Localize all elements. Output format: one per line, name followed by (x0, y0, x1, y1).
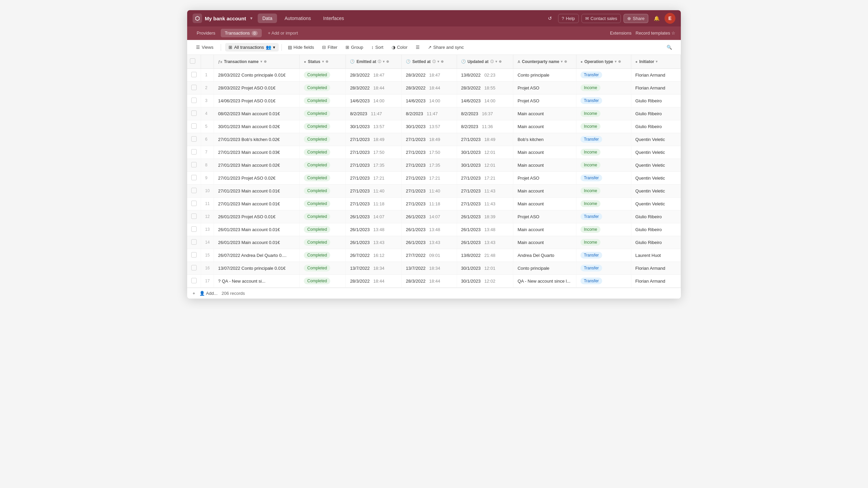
active-view-button[interactable]: ⊞ All transactions 👥 ▾ (225, 43, 278, 52)
row-checkbox-cell[interactable] (187, 249, 201, 262)
cell-transaction-name[interactable]: 26/01/2023 Main account 0.01€ (214, 223, 300, 236)
header-counterparty[interactable]: A Counterparty name ▾ ⊕ (513, 55, 576, 68)
app-logo[interactable]: ⬡ My bank account ▾ (193, 14, 252, 23)
filter-button[interactable]: ⊟ Filter (319, 43, 341, 52)
row-checkbox-cell[interactable] (187, 146, 201, 159)
add-record-label-button[interactable]: 👤 Add... (199, 291, 218, 296)
transaction-name-filter-icon[interactable]: ⊕ (264, 60, 267, 63)
updated-sort-icon[interactable]: ▾ (495, 60, 497, 63)
cell-transaction-name[interactable]: 28/03/2022 Conto principale 0.01€ (214, 68, 300, 81)
cell-transaction-name[interactable]: 27/01/2023 Main account 0.01€ (214, 197, 300, 210)
avatar[interactable]: E (665, 13, 675, 24)
select-all-checkbox[interactable] (190, 58, 195, 64)
row-checkbox-cell[interactable] (187, 68, 201, 81)
row-checkbox[interactable] (191, 72, 197, 77)
cell-transaction-name[interactable]: 28/03/2022 Projet ASO 0.01€ (214, 81, 300, 94)
hide-fields-button[interactable]: ▤ Hide fields (284, 43, 318, 52)
row-checkbox-cell[interactable] (187, 81, 201, 94)
emitted-filter-icon[interactable]: ⊕ (386, 60, 389, 63)
row-checkbox[interactable] (191, 149, 197, 155)
row-checkbox-cell[interactable] (187, 184, 201, 197)
settled-filter-icon[interactable]: ⊕ (441, 60, 443, 63)
transaction-name-sort-icon[interactable]: ▾ (260, 60, 262, 63)
record-templates-link[interactable]: Record templates ☆ (636, 30, 676, 36)
nav-tab-data[interactable]: Data (258, 14, 277, 23)
row-checkbox[interactable] (191, 136, 197, 142)
row-checkbox[interactable] (191, 98, 197, 103)
sort-button[interactable]: ↕ Sort (368, 43, 387, 52)
cell-transaction-name[interactable]: 26/07/2022 Andrea Del Quarto 0.... (214, 249, 300, 262)
row-checkbox-cell[interactable] (187, 274, 201, 287)
cell-transaction-name[interactable]: 30/01/2023 Main account 0.02€ (214, 120, 300, 133)
updated-filter-icon[interactable]: ⊕ (499, 60, 501, 63)
add-record-button[interactable]: + (193, 291, 195, 296)
status-sort-icon[interactable]: ▾ (322, 60, 324, 63)
cell-transaction-name[interactable]: 27/01/2023 Main account 0.02€ (214, 159, 300, 171)
table-row[interactable]: 13 26/01/2023 Main account 0.01€ Complet… (187, 223, 681, 236)
table-row[interactable]: 16 13/07/2022 Conto principale 0.01€ Com… (187, 262, 681, 274)
row-checkbox-cell[interactable] (187, 262, 201, 274)
header-checkbox-cell[interactable] (187, 55, 201, 68)
row-checkbox[interactable] (191, 226, 197, 232)
group-button[interactable]: ⊞ Group (342, 43, 367, 52)
row-checkbox[interactable] (191, 188, 197, 193)
header-settled-at[interactable]: 🕐 Settled at ⓘ ▾ ⊕ (402, 55, 457, 68)
table-row[interactable]: 14 26/01/2023 Main account 0.01€ Complet… (187, 236, 681, 249)
row-checkbox-cell[interactable] (187, 223, 201, 236)
optype-sort-icon[interactable]: ▾ (615, 60, 616, 63)
contact-sales-button[interactable]: ✉ Contact sales (581, 14, 621, 23)
nav-tab-automations[interactable]: Automations (280, 14, 316, 23)
header-emitted-at[interactable]: 🕐 Emitted at ⓘ ▾ ⊕ (346, 55, 402, 68)
table-row[interactable]: 11 27/01/2023 Main account 0.01€ Complet… (187, 197, 681, 210)
table-row[interactable]: 15 26/07/2022 Andrea Del Quarto 0.... Co… (187, 249, 681, 262)
row-checkbox-cell[interactable] (187, 107, 201, 120)
notifications-button[interactable]: 🔔 (651, 13, 662, 24)
table-row[interactable]: 2 28/03/2022 Projet ASO 0.01€ Completed … (187, 81, 681, 94)
sub-tab-providers[interactable]: Providers (193, 29, 219, 37)
row-checkbox[interactable] (191, 252, 197, 258)
extensions-link[interactable]: Extensions (610, 30, 632, 36)
row-checkbox[interactable] (191, 201, 197, 206)
status-filter-icon[interactable]: ⊕ (326, 60, 328, 63)
cell-transaction-name[interactable]: 26/01/2023 Projet ASO 0.01€ (214, 210, 300, 223)
row-height-button[interactable]: ☰ (412, 43, 423, 52)
row-checkbox-cell[interactable] (187, 210, 201, 223)
cell-transaction-name[interactable]: 27/01/2023 Bob's kitchen 0.02€ (214, 133, 300, 146)
row-checkbox-cell[interactable] (187, 197, 201, 210)
table-row[interactable]: 7 27/01/2023 Main account 0.03€ Complete… (187, 146, 681, 159)
table-row[interactable]: 3 14/06/2023 Projet ASO 0.01€ Completed … (187, 94, 681, 107)
table-row[interactable]: 9 27/01/2023 Projet ASO 0.02€ Completed … (187, 171, 681, 184)
row-checkbox[interactable] (191, 239, 197, 245)
row-checkbox[interactable] (191, 162, 197, 167)
optype-filter-icon[interactable]: ⊕ (618, 60, 621, 63)
row-checkbox[interactable] (191, 265, 197, 270)
row-checkbox[interactable] (191, 278, 197, 283)
nav-tab-interfaces[interactable]: Interfaces (318, 14, 349, 23)
cell-transaction-name[interactable]: 14/06/2023 Projet ASO 0.01€ (214, 94, 300, 107)
cell-transaction-name[interactable]: 27/01/2023 Projet ASO 0.02€ (214, 171, 300, 184)
row-checkbox-cell[interactable] (187, 133, 201, 146)
help-button[interactable]: ? Help (558, 14, 579, 23)
row-checkbox[interactable] (191, 110, 197, 116)
row-checkbox[interactable] (191, 175, 197, 180)
color-button[interactable]: ◑ Color (388, 43, 411, 52)
initiator-sort-icon[interactable]: ▾ (656, 60, 657, 63)
counterparty-filter-icon[interactable]: ⊕ (564, 60, 567, 63)
table-row[interactable]: 6 27/01/2023 Bob's kitchen 0.02€ Complet… (187, 133, 681, 146)
sub-tab-transactions[interactable]: Transactions 0 (221, 29, 262, 37)
table-row[interactable]: 1 28/03/2022 Conto principale 0.01€ Comp… (187, 68, 681, 81)
header-updated-at[interactable]: 🕐 Updated at ⓘ ▾ ⊕ (457, 55, 513, 68)
share-button[interactable]: ⊕ Share (624, 14, 648, 23)
table-row[interactable]: 8 27/01/2023 Main account 0.02€ Complete… (187, 159, 681, 171)
row-checkbox-cell[interactable] (187, 159, 201, 171)
cell-transaction-name[interactable]: 13/07/2022 Conto principale 0.01€ (214, 262, 300, 274)
history-button[interactable]: ↺ (545, 13, 555, 24)
search-button[interactable]: 🔍 (663, 43, 675, 52)
share-sync-button[interactable]: ↗ Share and sync (425, 43, 467, 52)
row-checkbox-cell[interactable] (187, 171, 201, 184)
header-status[interactable]: ● Status ▾ ⊕ (300, 55, 346, 68)
row-checkbox[interactable] (191, 123, 197, 129)
table-row[interactable]: 17 ? QA - New account si... Completed 28… (187, 274, 681, 287)
row-checkbox-cell[interactable] (187, 120, 201, 133)
cell-transaction-name[interactable]: 08/02/2023 Main account 0.01€ (214, 107, 300, 120)
